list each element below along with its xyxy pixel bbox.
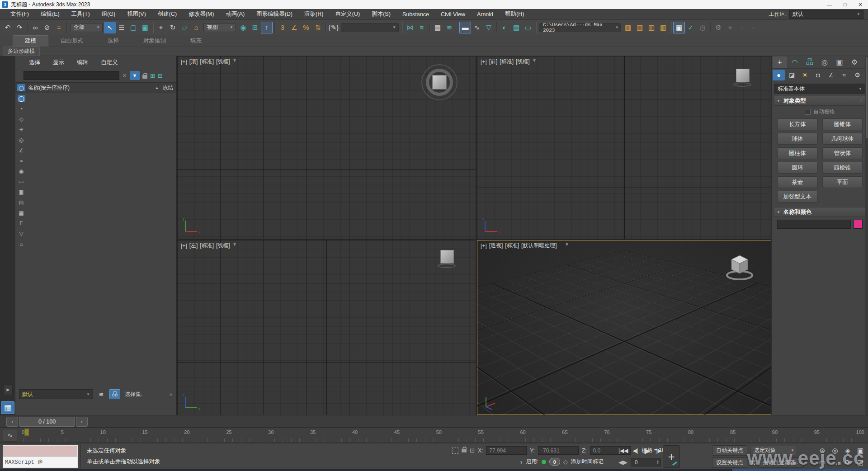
menu-item-8[interactable]: 图形编辑器(D) [250,9,298,20]
workspace-tool-icon-3[interactable]: ▥ [646,22,657,33]
textplus-button[interactable]: 加强型文本 [777,191,818,203]
object-color-swatch[interactable] [854,220,863,229]
ribbon-tab-populate[interactable]: 填充 [178,35,214,47]
named-selection-dropdown[interactable]: ▼ [341,23,399,32]
select-object-icon[interactable]: ↖ [104,22,116,33]
viewport-left-label-part-1[interactable]: [左] [189,242,198,250]
tab-create-icon[interactable]: + [773,57,787,68]
go-to-start-icon[interactable]: |◀◀ [618,446,628,455]
viewport-top[interactable]: [+][顶][标准][线框] ▼ y x [177,56,476,239]
selection-filter-dropdown[interactable]: 全部▼ [70,23,103,32]
filter-spacewarps-icon[interactable]: ≈ [18,157,25,165]
menu-item-4[interactable]: 视图(V) [121,9,152,20]
redo-icon[interactable]: ↷ [14,22,25,33]
use-pivot-center-icon[interactable]: ◉ [237,22,249,33]
zoom-extents-icon[interactable]: ◈ [842,445,854,456]
filter-funnel-icon[interactable]: ▽ [18,230,25,237]
save-file-icon[interactable]: ▣ [673,22,685,33]
zoom-all-icon[interactable]: ◎ [829,445,841,456]
cylinder-button[interactable]: 圆柱体 [777,147,818,159]
cone-button[interactable]: 圆锥体 [822,118,863,130]
sphere-button[interactable]: 球体 [777,133,818,145]
filter-cameras-icon[interactable]: ◎ [18,137,25,144]
menu-item-1[interactable]: 编辑(E) [35,9,66,20]
filter-frozen-icon[interactable]: ▦ [18,209,25,217]
viewport-persp-label-part-0[interactable]: [+] [481,243,487,249]
render-setup-icon[interactable]: ▤ [510,22,522,33]
menu-item-6[interactable]: 修改器(M) [183,9,220,20]
menu-item-12[interactable]: Substance [396,9,435,20]
viewport-filter-icon[interactable]: ▼ [232,242,237,247]
viewport-front-label-part-0[interactable]: [+] [481,59,487,65]
select-scale-icon[interactable]: ▱ [179,22,190,33]
select-by-name-icon[interactable]: ☰ [116,22,127,33]
y-coordinate-field[interactable]: -70.631 [538,446,579,455]
viewport-left-label-part-3[interactable]: [线框] [216,242,230,250]
fov-icon[interactable]: ▭ [816,457,828,468]
torus-button[interactable]: 圆环 [777,162,818,174]
freeze-column-header[interactable]: 冻结 [162,84,173,92]
display-all-icon[interactable]: ◯ [17,84,25,91]
gear-edit-icon[interactable]: ⚙ [712,22,724,33]
explorer-menu-item-1[interactable]: 显示 [47,59,71,66]
viewport-top-label-part-2[interactable]: [标准] [200,58,214,66]
pyramid-button[interactable]: 四棱锥 [822,162,863,174]
rendered-frame-icon[interactable]: ▭ [522,22,534,33]
workspace-tool-icon-2[interactable]: ▥ [634,22,646,33]
current-frame-field[interactable]: 0 ▲▼ [631,458,661,466]
bind-spacewarp-icon[interactable]: ≈ [53,22,65,33]
selection-lock-icon[interactable] [462,449,467,452]
select-rotate-icon[interactable]: ↻ [167,22,179,33]
zoom-extents-all-icon[interactable]: ▣ [854,445,866,456]
rect-selection-region-icon[interactable]: ▢ [127,22,139,33]
menu-item-11[interactable]: 脚本(S) [366,9,396,20]
cat-spacewarps-icon[interactable]: ≈ [838,70,850,80]
security-count-badge[interactable]: 0 [549,458,560,466]
cat-shapes-icon[interactable]: ◪ [786,70,798,80]
menu-item-15[interactable]: 帮助(H) [499,9,530,20]
tab-hierarchy-icon[interactable]: 品 [802,57,817,68]
menu-item-3[interactable]: 组(G) [96,9,122,20]
angle-snap-icon[interactable]: ∠ [288,22,300,33]
explorer-object-list[interactable]: ◯◔◇☀◎∠≈◉▭▣▤▦F▽⌂ [15,93,176,388]
ribbon-tab-object-paint[interactable]: 对象绘制 [131,35,178,47]
layer-view-icon[interactable]: ≋ [96,389,107,399]
align-icon[interactable]: ≡ [416,22,428,33]
scene-security-shield-icon[interactable]: ◑ [519,458,523,466]
teapot-button[interactable]: 茶壶 [777,176,818,188]
tab-modify-icon[interactable]: ◠ [788,57,802,68]
spinner-icon[interactable]: ▲▼ [656,460,659,465]
overflow-chevrons-icon[interactable]: » [170,391,172,397]
explorer-column-header[interactable]: ◯ 名称(按升序排序) ▲ 冻结 [15,82,176,93]
menu-item-0[interactable]: 文件(F) [5,9,35,20]
filter-folder-icon[interactable]: ⌂ [18,240,25,248]
autogrid-checkbox[interactable] [805,109,811,115]
select-link-icon[interactable]: ∞ [29,22,41,33]
tube-button[interactable]: 管状体 [822,147,863,159]
filter-groups-icon[interactable]: ◉ [18,168,25,175]
tree-collapse-icon[interactable]: ⊟ [158,72,163,79]
project-folder-dropdown[interactable]: C:\Users\Ad···ds Max 2023▼ [539,23,621,32]
schematic-view-icon[interactable]: ▽ [483,22,495,33]
viewport-front-label-part-3[interactable]: [线框] [516,58,530,66]
explorer-menu-item-0[interactable]: 选择 [23,59,47,66]
select-move-icon[interactable]: ⌖ [155,22,167,33]
add-time-tag[interactable]: 添加时间标记 [571,458,604,466]
key-icon[interactable]: ⌘ [750,459,756,466]
view-cube[interactable] [725,253,754,282]
ribbon-toggle-icon[interactable]: ▬ [459,22,471,33]
filter-helpers-icon[interactable]: ∠ [18,147,25,154]
viewport-perspective[interactable]: [+][透视][标准][默认明暗处理] ▼ [477,240,771,415]
x-coordinate-field[interactable]: 77.994 [486,446,527,455]
time-slider-track[interactable]: ‹ 0 / 100 › [0,415,868,428]
snaps-3d-icon[interactable]: 3 [277,22,288,33]
expand-panel-button[interactable]: ▶ [4,384,13,395]
next-frame-button[interactable]: › [76,417,88,427]
menu-item-7[interactable]: 动画(A) [220,9,250,20]
workspace-tool-icon-4[interactable]: ▥ [657,22,669,33]
filter-sort-icon[interactable]: ◯ [18,95,25,102]
viewport-filter-icon[interactable]: ▼ [232,58,237,63]
dot-icon-1[interactable]: · [736,22,748,33]
ribbon-subtab-polygon-modeling[interactable]: 多边形建模 [3,47,40,56]
named-selection-sets-icon[interactable]: {✎} [328,22,340,33]
